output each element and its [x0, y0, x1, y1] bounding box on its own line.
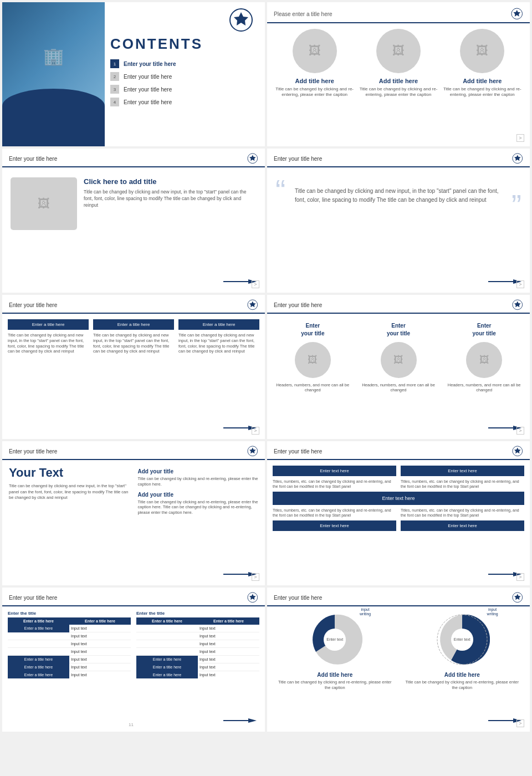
slide3-header: Enter your title here: [9, 156, 57, 162]
logo-icon: [511, 8, 523, 20]
slide8-text1: Titles, numbers, etc. can be changed by …: [273, 479, 396, 489]
svg-marker-3: [513, 10, 520, 17]
slide8-text4: Titles, numbers, etc. can be changed by …: [401, 508, 524, 518]
slide4-header: Enter your title here: [274, 156, 322, 162]
col3-text: Title can be changed by clicking and re-…: [443, 86, 521, 98]
svg-marker-9: [514, 155, 521, 161]
slide-pie-charts: Enter your title here: [267, 588, 530, 732]
menu-item-4[interactable]: 4 Enter your title here: [110, 98, 259, 106]
chart-col-1: Enter text inputwriting Add title here T…: [275, 612, 395, 691]
slide2-col-3: 🖼 Add title here Title can be changed by…: [443, 29, 521, 98]
circle-col-3: Enteryour title 🖼 Headers, numbers, and …: [441, 322, 527, 392]
logo-icon: [512, 592, 523, 603]
circle-col3-title: Enteryour title: [441, 322, 527, 338]
svg-marker-21: [249, 448, 256, 454]
box-2: Enter a title here Title can be changed …: [93, 319, 174, 354]
slide3-image: 🖼: [11, 177, 77, 230]
slide8-header: Enter your title here: [274, 448, 322, 455]
slide7-add-text-1: Title can be changed by clicking and re-…: [138, 476, 259, 487]
slide7-add-text-2: Title can be changed by clicking and re-…: [138, 499, 259, 515]
table-1: Enter the title Enter a title here Enter…: [8, 611, 131, 678]
slide2-col-2: 🖼 Add title here Title can be changed by…: [359, 29, 437, 98]
col2-text: Title can be changed by clicking and re-…: [359, 86, 437, 98]
footer-nav: >: [516, 427, 524, 435]
footer-nav: >: [252, 280, 259, 288]
menu-label-2: Enter your title here: [124, 74, 172, 80]
btn-enter-5[interactable]: Enter text here: [401, 520, 524, 531]
logo-icon: [229, 8, 254, 33]
slide2-header: Please enter a title here: [274, 11, 332, 17]
chart1-title: Add title here: [275, 672, 395, 678]
box2-text: Title can be changed by clicking and new…: [93, 333, 174, 354]
logo-icon: [247, 299, 258, 310]
chart-col-2: Enter text inputwriting Add title here T…: [403, 612, 522, 691]
image-placeholder-icon: 🖼: [476, 44, 488, 58]
slide3-body: Title can be changed by clicking and new…: [84, 189, 257, 209]
box-1: Enter a title here Title can be changed …: [8, 319, 89, 354]
col1-text: Title can be changed by clicking and re-…: [275, 86, 354, 98]
slide7-add-title-2: Add your title: [138, 492, 259, 498]
logo-icon: [512, 153, 523, 164]
footer-nav: >: [252, 427, 259, 435]
circle-col2-sub: Headers, numbers, and more can all be ch…: [356, 382, 442, 392]
menu-label-4: Enter your title here: [124, 99, 172, 105]
quote-close-icon: ”: [511, 191, 521, 221]
svg-marker-29: [249, 594, 256, 600]
col3-title: Add title here: [443, 78, 521, 84]
btn-enter-large[interactable]: Enter text here: [273, 492, 524, 505]
box3-header: Enter a title here: [178, 319, 259, 330]
quote-open-icon: “: [275, 176, 285, 206]
menu-label-3: Enter your title here: [124, 86, 172, 93]
svg-rect-30: [223, 720, 248, 721]
slide-tables: Enter your title here Enter the title En…: [2, 588, 265, 732]
chart2-center: Enter text: [454, 637, 470, 641]
slide5-header: Enter your title here: [9, 302, 57, 308]
footer-nav: >: [516, 280, 524, 288]
table-2: Enter the title Enter a title here Enter…: [136, 611, 259, 678]
table1-title: Enter the title: [8, 611, 131, 616]
menu-item-2[interactable]: 2 Enter your title here: [110, 72, 259, 81]
page-number: 11: [129, 722, 134, 727]
footer-nav: >: [516, 573, 524, 581]
svg-rect-37: [488, 720, 513, 721]
btn-enter-1[interactable]: Enter text here: [273, 466, 396, 476]
slide4-quote: Title can be changed by clicking and new…: [284, 184, 513, 207]
slide-three-circles: Enter your title here Enteryour title 🖼 …: [267, 295, 530, 439]
logo-icon: [247, 592, 258, 603]
box1-header: Enter a title here: [8, 319, 89, 330]
slide-three-boxes: Enter your title here Enter a title here…: [2, 295, 265, 439]
svg-marker-17: [514, 302, 521, 308]
menu-item-1[interactable]: 1 Enter your title here: [110, 59, 259, 68]
svg-rect-22: [223, 574, 248, 575]
slide10-header: Enter your title here: [274, 595, 322, 601]
menu-label-1: Enter your title here: [124, 61, 176, 67]
btn-enter-2[interactable]: Enter text here: [401, 466, 524, 476]
box3-text: Title can be changed by clicking and new…: [178, 333, 259, 354]
slide-image-text: Enter your title here 🖼 Click here to ad…: [2, 149, 265, 293]
slide7-add-title-1: Add your title: [138, 468, 259, 474]
circle-col1-sub: Headers, numbers, and more can all be ch…: [270, 382, 356, 392]
chart2-title: Add title here: [403, 672, 522, 678]
slide9-header: Enter your title here: [9, 595, 57, 601]
col1-title: Add title here: [275, 78, 354, 84]
logo-icon: [512, 299, 523, 310]
svg-marker-31: [248, 718, 257, 723]
menu-item-3[interactable]: 3 Enter your title here: [110, 85, 259, 94]
box-3: Enter a title here Title can be changed …: [178, 319, 259, 354]
logo-icon: [512, 446, 523, 457]
svg-rect-18: [488, 427, 513, 428]
slide3-main-title: Click here to add title: [84, 177, 257, 186]
circle-col3-sub: Headers, numbers, and more can all be ch…: [441, 382, 527, 392]
svg-marker-33: [514, 594, 521, 600]
slide-quote: Enter your title here “ Title can be cha…: [267, 149, 530, 293]
chart2-text: Title can be changed by clicking and re-…: [403, 680, 522, 691]
chart1-center: Enter text: [326, 637, 343, 641]
circle-col-1: Enteryour title 🖼 Headers, numbers, and …: [270, 322, 356, 392]
box2-header: Enter a title here: [93, 319, 174, 330]
slide-enter-text: Enter your title here Enter text here En…: [267, 441, 530, 585]
svg-rect-14: [223, 427, 248, 428]
btn-enter-4[interactable]: Enter text here: [273, 520, 396, 531]
table2-title: Enter the title: [136, 611, 259, 616]
circle-col-2: Enteryour title 🖼 Headers, numbers, and …: [356, 322, 442, 392]
footer-nav: >: [516, 719, 524, 727]
